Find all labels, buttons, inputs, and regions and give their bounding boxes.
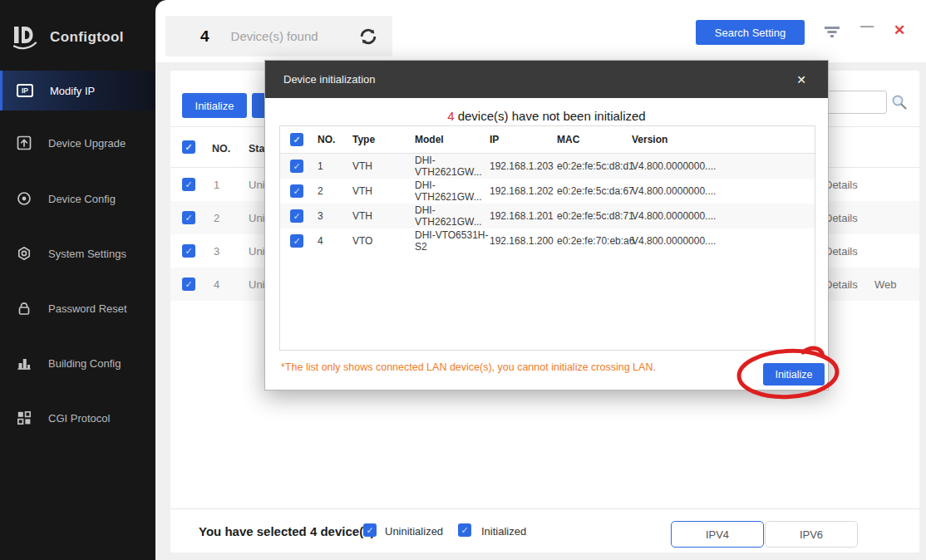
sidebar-item-cgi-protocol[interactable]: CGI Protocol xyxy=(0,398,155,438)
top-bar: 4 Device(s) found Search Setting — ✕ xyxy=(155,0,926,62)
details-link[interactable]: Details xyxy=(825,278,858,291)
cell-model: DHI-VTH2621GW... xyxy=(415,204,490,228)
details-link[interactable]: Details xyxy=(825,179,858,191)
refresh-icon[interactable] xyxy=(357,26,379,47)
sidebar-item-label: Password Reset xyxy=(48,302,127,315)
sidebar-item-label: Modify IP xyxy=(50,85,95,97)
cell-no: 2 xyxy=(318,185,352,197)
minimize-button[interactable]: — xyxy=(858,19,876,34)
device-count-label: Device(s) found xyxy=(231,29,318,43)
sidebar-item-system-settings[interactable]: System Settings xyxy=(0,233,155,273)
app-title: Configtool xyxy=(50,29,124,46)
grid-icon xyxy=(17,410,32,425)
dialog-subtitle: 4device(s) have not been initialized xyxy=(265,109,828,123)
cell-no: 1 xyxy=(318,160,352,172)
cell-type: VTH xyxy=(352,210,415,222)
selection-summary: You have selected 4 device(s) xyxy=(199,524,375,538)
cell-no: 4 xyxy=(318,235,352,247)
device-initialization-dialog: Device initialization ✕ 4device(s) have … xyxy=(264,60,829,391)
dialog-table-row[interactable]: 4 VTO DHI-VTO6531H-S2 192.168.1.200 e0:2… xyxy=(280,228,815,253)
sidebar-item-device-config[interactable]: Device Config xyxy=(0,179,155,219)
col-no: NO. xyxy=(212,143,230,155)
cell-mac: e0:2e:fe:5c:da:67 xyxy=(557,185,632,197)
dialog-table-row[interactable]: 2 VTH DHI-VTH2621GW... 192.168.1.202 e0:… xyxy=(280,179,815,204)
sidebar-item-label: CGI Protocol xyxy=(48,412,110,425)
search-setting-button[interactable]: Search Setting xyxy=(696,20,805,45)
modify-ip-icon: IP xyxy=(17,84,33,97)
dialog-titlebar[interactable]: Device initialization ✕ xyxy=(265,61,828,98)
initialize-button-dialog[interactable]: Initialize xyxy=(763,363,825,386)
sidebar-item-modify-ip[interactable]: IP Modify IP xyxy=(0,71,155,111)
uninitialized-checkbox[interactable] xyxy=(363,523,377,537)
cell-mac: e0:2e:fe:70:eb:a6 xyxy=(557,235,632,247)
lan-warning-text: *The list only shows connected LAN devic… xyxy=(281,361,656,373)
sidebar-item-device-upgrade[interactable]: Device Upgrade xyxy=(0,123,155,163)
sidebar-item-label: Building Config xyxy=(48,357,121,370)
row-checkbox[interactable] xyxy=(182,211,195,224)
row-checkbox[interactable] xyxy=(182,244,195,258)
initialized-checkbox[interactable] xyxy=(458,523,471,537)
dialog-table-row[interactable]: 1 VTH DHI-VTH2621GW... 192.168.1.203 e0:… xyxy=(280,154,815,179)
details-link[interactable]: Details xyxy=(825,245,858,258)
col-version: Version xyxy=(632,134,815,145)
device-count-box: 4 Device(s) found xyxy=(165,16,392,56)
resize-grip[interactable] xyxy=(824,386,825,387)
dialog-table-row[interactable]: 3 VTH DHI-VTH2621GW... 192.168.1.201 e0:… xyxy=(280,204,815,228)
sidebar-item-building-config[interactable]: Building Config xyxy=(0,343,155,383)
sidebar-item-label: Device Config xyxy=(48,193,116,205)
cell-type: VTH xyxy=(352,160,415,172)
cell-type: VTH xyxy=(352,185,415,197)
filter-icon[interactable] xyxy=(824,26,840,39)
col-type: Type xyxy=(352,134,415,145)
row-checkbox[interactable] xyxy=(182,278,195,291)
brand: Configtool xyxy=(0,0,155,58)
cell-version: V4.800.0000000.... xyxy=(632,185,815,197)
initialized-label: Initialized xyxy=(481,525,526,538)
ipv4-button[interactable]: IPV4 xyxy=(671,521,764,548)
cell-ip: 192.168.1.203 xyxy=(490,160,557,172)
cell-mac: e0:2e:fe:5c:d8:d1 xyxy=(557,160,632,172)
cell-model: DHI-VTH2621GW... xyxy=(415,179,490,203)
select-all-checkbox[interactable] xyxy=(182,140,195,154)
cell-mac: e0:2e:fe:5c:d8:71 xyxy=(557,210,632,222)
col-ip: IP xyxy=(490,134,557,145)
initialize-button-main[interactable]: Initialize xyxy=(182,93,247,118)
row-checkbox[interactable] xyxy=(290,234,303,248)
col-mac: MAC xyxy=(557,134,632,145)
dahua-logo-icon xyxy=(13,24,40,51)
row-checkbox[interactable] xyxy=(290,160,303,173)
cell-model: DHI-VTO6531H-S2 xyxy=(415,229,490,253)
cell-ip: 192.168.1.202 xyxy=(490,185,557,197)
sidebar-item-label: Device Upgrade xyxy=(48,137,126,150)
uninitialized-count: 4 xyxy=(447,109,454,123)
cell-model: DHI-VTH2621GW... xyxy=(415,155,490,178)
row-no: 3 xyxy=(214,245,219,258)
details-link[interactable]: Details xyxy=(825,212,858,224)
sidebar-item-label: System Settings xyxy=(48,248,126,260)
cell-version: V4.800.0000000.... xyxy=(632,210,815,222)
sidebar: Configtool IP Modify IP Device Upgrade D… xyxy=(0,0,155,560)
search-icon[interactable] xyxy=(890,93,909,111)
selection-footer: You have selected 4 device(s) Uninitiali… xyxy=(170,508,919,553)
row-checkbox[interactable] xyxy=(290,184,303,198)
cell-version: V4.800.0000000.... xyxy=(632,235,815,247)
dialog-table-header: NO. Type Model IP MAC Version xyxy=(280,126,815,154)
dialog-table: NO. Type Model IP MAC Version 1 VTH DHI-… xyxy=(279,125,815,351)
cell-ip: 192.168.1.201 xyxy=(490,210,557,222)
col-no: NO. xyxy=(318,134,352,145)
row-checkbox[interactable] xyxy=(182,178,195,191)
web-link[interactable]: Web xyxy=(874,278,897,291)
upgrade-icon xyxy=(17,135,32,150)
close-button[interactable]: ✕ xyxy=(890,22,909,39)
dialog-select-all-checkbox[interactable] xyxy=(290,133,303,146)
ipv6-button[interactable]: IPV6 xyxy=(765,521,858,548)
row-checkbox[interactable] xyxy=(290,209,303,223)
dialog-title: Device initialization xyxy=(283,73,376,86)
col-model: Model xyxy=(415,134,490,145)
cell-type: VTO xyxy=(352,235,415,247)
dialog-close-icon[interactable]: ✕ xyxy=(796,73,806,86)
gear-icon xyxy=(17,246,32,261)
sidebar-item-password-reset[interactable]: Password Reset xyxy=(0,288,155,328)
row-no: 4 xyxy=(214,278,219,291)
cell-ip: 192.168.1.200 xyxy=(490,235,557,247)
